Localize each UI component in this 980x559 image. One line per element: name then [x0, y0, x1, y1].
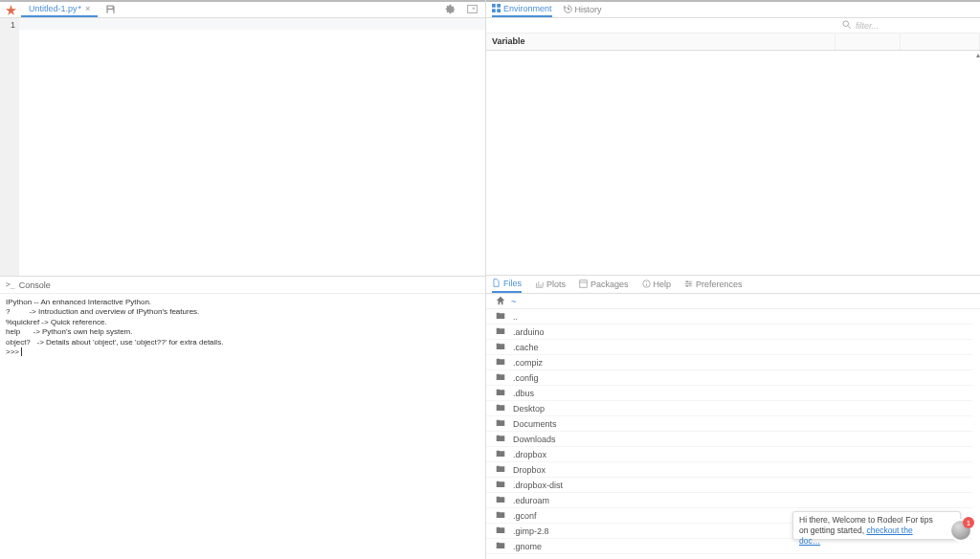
- gear-icon[interactable]: [445, 4, 456, 16]
- line-number: 1: [4, 20, 15, 30]
- file-name: Desktop: [513, 404, 545, 414]
- tab-history-label: History: [575, 5, 602, 14]
- file-row[interactable]: .dropbox: [486, 447, 972, 462]
- breadcrumb-bar: ~: [486, 294, 980, 309]
- save-icon[interactable]: [105, 4, 116, 16]
- folder-icon: [496, 434, 507, 444]
- file-name: .eduroam: [513, 496, 549, 505]
- folder-icon: [496, 342, 507, 352]
- svg-rect-0: [468, 5, 478, 12]
- console-line: help -> Python's own help system.: [6, 327, 479, 337]
- folder-icon: [496, 495, 507, 505]
- file-icon: [492, 279, 501, 289]
- file-name: ..: [513, 312, 518, 322]
- new-pane-icon[interactable]: [467, 4, 478, 16]
- tab-files[interactable]: Files: [492, 276, 522, 293]
- tab-history[interactable]: History: [564, 2, 602, 17]
- svg-rect-2: [497, 4, 501, 8]
- file-row[interactable]: ..: [486, 309, 972, 324]
- console-body[interactable]: IPython -- An enhanced Interactive Pytho…: [0, 294, 485, 559]
- console-header: >_ Console: [0, 277, 485, 294]
- file-name: .gimp-2.8: [513, 526, 549, 536]
- code-editor[interactable]: 1: [0, 18, 485, 276]
- file-name: .gconf: [513, 511, 537, 521]
- file-row[interactable]: Dropbox: [486, 462, 972, 478]
- grid-icon: [492, 4, 501, 14]
- file-row[interactable]: .config: [486, 370, 972, 386]
- folder-icon: [496, 372, 507, 383]
- file-row[interactable]: .eduroam: [486, 493, 972, 508]
- file-name: Dropbox: [513, 465, 546, 475]
- console-line: IPython -- An enhanced Interactive Pytho…: [6, 298, 479, 307]
- home-icon[interactable]: [496, 296, 505, 307]
- folder-icon: [496, 480, 507, 490]
- package-icon: [579, 280, 588, 290]
- folder-icon: [496, 525, 507, 536]
- file-name: Downloads: [513, 435, 556, 444]
- tab-files-label: Files: [503, 279, 522, 288]
- file-row[interactable]: .dbus: [486, 386, 972, 401]
- filter-input[interactable]: [856, 21, 970, 31]
- svg-point-5: [843, 20, 849, 26]
- file-name: .dropbox-dist: [513, 481, 563, 490]
- file-row[interactable]: .cache: [486, 340, 972, 355]
- filter-bar: [486, 18, 980, 34]
- tab-plots-label: Plots: [546, 280, 566, 289]
- chat-avatar[interactable]: 1: [949, 519, 972, 542]
- folder-icon: [496, 418, 507, 429]
- tab-packages-label: Packages: [590, 280, 629, 289]
- file-row[interactable]: .compiz: [486, 355, 972, 370]
- tab-preferences[interactable]: Preferences: [684, 276, 743, 293]
- folder-icon: [496, 403, 507, 414]
- tab-help-label: Help: [654, 280, 672, 289]
- rb-tab-bar: Files Plots Packages: [486, 276, 980, 294]
- console-line: %quickref -> Quick reference.: [6, 318, 479, 327]
- file-row[interactable]: Downloads: [486, 432, 972, 447]
- col-3[interactable]: [901, 34, 980, 50]
- folder-icon: [496, 357, 507, 368]
- folder-icon: [496, 311, 507, 322]
- editor-tab-dirty: *: [78, 4, 82, 13]
- file-row[interactable]: .gnome: [486, 539, 972, 554]
- app-logo-icon: [4, 3, 17, 16]
- folder-icon: [496, 326, 507, 337]
- console-title: Console: [19, 280, 51, 290]
- env-tab-bar: Environment History: [486, 0, 980, 18]
- file-name: .gnome: [513, 542, 542, 551]
- console-prompt-icon: >_: [6, 280, 15, 289]
- svg-rect-6: [580, 280, 588, 287]
- file-name: .dropbox: [513, 450, 546, 459]
- console-line: object? -> Details about 'object', use '…: [6, 338, 479, 347]
- tab-environment[interactable]: Environment: [492, 2, 552, 17]
- svg-rect-4: [497, 9, 501, 12]
- breadcrumb-root[interactable]: ~: [511, 297, 516, 306]
- col-variable[interactable]: Variable: [486, 34, 835, 50]
- file-row[interactable]: .arduino: [486, 324, 972, 340]
- editor-tab[interactable]: Untitled-1.py * ×: [21, 2, 98, 17]
- folder-icon: [496, 449, 507, 459]
- tab-packages[interactable]: Packages: [579, 276, 629, 293]
- help-icon: [642, 280, 651, 290]
- editor-gutter: 1: [0, 18, 19, 276]
- tab-plots[interactable]: Plots: [535, 276, 566, 293]
- chart-icon: [535, 280, 544, 290]
- scroll-up-icon[interactable]: ▴: [976, 51, 980, 59]
- folder-icon: [496, 510, 507, 521]
- close-icon[interactable]: ×: [85, 4, 90, 13]
- console-line: >>>: [6, 347, 479, 357]
- file-name: .dbus: [513, 389, 534, 398]
- file-row[interactable]: Desktop: [486, 401, 972, 416]
- col-2[interactable]: [835, 34, 901, 50]
- tab-help[interactable]: Help: [642, 276, 672, 293]
- file-row[interactable]: Documents: [486, 416, 972, 432]
- console-line: ? -> Introduction and overview of IPytho…: [6, 307, 479, 317]
- editor-tab-label: Untitled-1.py: [29, 4, 78, 13]
- variable-table-header: Variable: [486, 34, 980, 51]
- editor-content[interactable]: [19, 18, 485, 276]
- env-scrollbar[interactable]: ▴: [974, 51, 980, 275]
- file-row[interactable]: .dropbox-dist: [486, 478, 972, 493]
- tab-preferences-label: Preferences: [696, 280, 743, 289]
- tab-environment-label: Environment: [503, 4, 552, 13]
- folder-icon: [496, 464, 507, 475]
- history-icon: [564, 5, 572, 15]
